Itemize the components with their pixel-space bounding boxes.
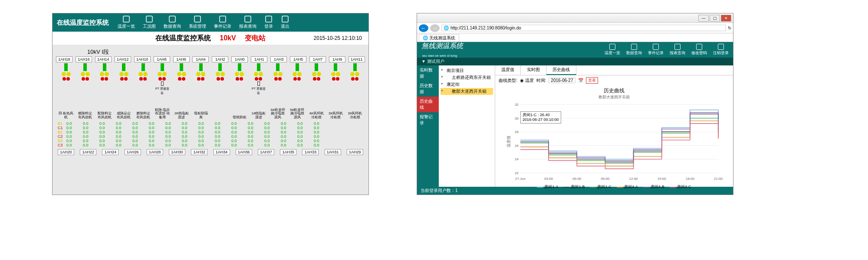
breaker-icon	[334, 63, 337, 71]
svg-rect-4	[220, 16, 226, 22]
legend-item[interactable]: 房间1-A	[537, 184, 558, 190]
indicator-icon	[331, 72, 335, 76]
measurement-cell: 0.0	[66, 139, 83, 143]
app-menu-item[interactable]: 温度一览	[605, 44, 620, 56]
indicator-icon	[355, 72, 359, 76]
calendar-icon[interactable]: 📅	[578, 78, 583, 83]
forward-button[interactable]: →	[430, 24, 440, 32]
bay-label[interactable]: 1AH26	[125, 149, 141, 155]
app-menu-item[interactable]: 注销登录	[713, 44, 729, 56]
bay-label[interactable]: 1AH29	[347, 149, 363, 155]
app-menu-item[interactable]: 报表查询	[670, 44, 685, 56]
legend-item[interactable]: 房间4-A	[617, 184, 638, 190]
bay-label[interactable]: 1AH34	[214, 149, 230, 155]
menu-item[interactable]: 报表查询	[239, 16, 256, 29]
bay-label[interactable]: 1AH22	[80, 149, 96, 155]
indicator-icon	[182, 72, 186, 76]
bay-label[interactable]: 1AH20	[58, 149, 74, 155]
indicator-icon	[105, 72, 109, 76]
bay-label[interactable]: 1AH4	[192, 56, 209, 62]
bay-label[interactable]: 1AH0	[231, 56, 248, 62]
bay-name: 母线联柜	[233, 116, 247, 120]
bay-label[interactable]: 1AH1	[251, 56, 267, 62]
bay-label[interactable]: 1AH2	[212, 56, 228, 62]
tree-node[interactable]: 康定街	[441, 81, 493, 88]
bay-label[interactable]: 1AH11	[349, 56, 365, 62]
tree-node-selected[interactable]: 教部大道西开关箱	[441, 88, 493, 95]
url-input[interactable]: 🌐 http://211.149.212.190:8080/login.do	[441, 25, 726, 31]
sidebar-item[interactable]: 历史数据	[417, 81, 439, 97]
bay-label[interactable]: 1AH37	[258, 149, 274, 155]
legend-item[interactable]: 房间1-C	[590, 184, 612, 190]
bay-label[interactable]: 1AH12	[115, 56, 131, 62]
sidebar-item[interactable]: 实时数据	[417, 65, 439, 81]
bay-label[interactable]: 1AH16	[76, 56, 92, 62]
measurement-cell: 0.0	[182, 121, 198, 126]
date-input[interactable]: 2016-06-27	[549, 78, 575, 83]
chart-tab[interactable]: 温度值	[495, 65, 521, 75]
bay-label[interactable]: 1AH14	[95, 56, 112, 62]
minimize-button[interactable]: —	[698, 15, 709, 22]
measurement-cell: 0.0	[248, 121, 264, 126]
app-menu-item[interactable]: 事件记录	[648, 44, 664, 56]
measurement-cell: 0.0	[165, 130, 182, 134]
menu-item[interactable]: 数据查询	[164, 16, 181, 29]
menu-item[interactable]: 温度一览	[118, 16, 135, 29]
chart-tab[interactable]: 历史曲线	[546, 65, 576, 75]
timestamp: 2015-10-25 12:10:10	[314, 35, 362, 41]
user-bar[interactable]: ▼ 测试用户	[417, 58, 733, 65]
measurement-cell: 0.0	[248, 139, 264, 143]
radio-temperature[interactable]: ◉ 温度	[520, 78, 534, 84]
bay-label[interactable]: 1AH8	[154, 56, 170, 62]
bay-label[interactable]: 1AH3	[270, 56, 287, 62]
measurement-cell: 0.0	[231, 121, 248, 126]
sidebar-item[interactable]: 历史曲线	[417, 97, 439, 112]
bay-name: 2#线电柜源进	[173, 112, 190, 120]
indicator-icon	[143, 72, 148, 76]
bay-label[interactable]: 1AH31	[325, 149, 341, 155]
measurement-cell: 0.0	[281, 134, 297, 139]
bay-label[interactable]: 1AH28	[147, 149, 163, 155]
menu-item[interactable]: 登录	[264, 16, 273, 29]
app-menu-item[interactable]: 修改密码	[691, 44, 707, 56]
time-label: 时间:	[536, 78, 546, 84]
legend-item[interactable]: 房间4-C	[670, 184, 691, 190]
menu-item[interactable]: 事件记录	[214, 16, 231, 29]
refresh-icon[interactable]: ↻	[728, 26, 731, 30]
chart-tab[interactable]: 实时图	[521, 65, 546, 75]
measurement-cell: 0.0	[281, 121, 297, 126]
bay-label[interactable]: 1AH9	[329, 56, 345, 62]
bay-label[interactable]: 1AH24	[102, 149, 118, 155]
indicator-icon	[355, 77, 358, 81]
bay-label[interactable]: 1AH18	[56, 56, 72, 62]
bay-label[interactable]: 1AH33	[302, 149, 319, 155]
svg-rect-1	[146, 16, 152, 22]
tree-node[interactable]: 南京项目	[441, 67, 493, 74]
query-button[interactable]: 查看	[586, 77, 598, 84]
menu-item[interactable]: 退出	[281, 16, 289, 29]
legend-item[interactable]: 房间1-B	[563, 184, 585, 190]
tree-node[interactable]: 土桥路还商东开关箱	[441, 74, 493, 81]
bay-column: 母柜联隔离	[193, 63, 209, 120]
indicator-icon	[313, 77, 316, 81]
menu-item[interactable]: 系统管理	[189, 16, 206, 29]
bay-label[interactable]: 1AH5	[290, 56, 306, 62]
maximize-button[interactable]: ▢	[710, 15, 720, 22]
bay-label[interactable]: 1AH10	[134, 56, 151, 62]
bay-label[interactable]: 1AH6	[173, 56, 190, 62]
back-button[interactable]: ←	[419, 24, 428, 32]
bay-label[interactable]: 1AH35	[280, 149, 296, 155]
legend-item[interactable]: 房间4-B	[643, 184, 664, 190]
measurement-cell: 0.0	[264, 139, 281, 143]
measurement-cell: 0.0	[165, 143, 182, 147]
close-button[interactable]: ✕	[721, 15, 731, 22]
bay-label[interactable]: 1AH7	[309, 56, 326, 62]
app-menu-item[interactable]: 数据查询	[626, 44, 642, 56]
bay-label[interactable]: 1AH36	[236, 149, 252, 155]
bay-label[interactable]: 1AH32	[191, 149, 207, 155]
bay-label[interactable]: 1AH30	[169, 149, 185, 155]
browser-tab[interactable]: 🌐 无线测温系统	[419, 34, 459, 42]
menu-item[interactable]: 工况图	[143, 16, 156, 29]
sidebar-item[interactable]: 报警记录	[417, 112, 439, 128]
measurement-cell: 0.0	[314, 134, 330, 139]
